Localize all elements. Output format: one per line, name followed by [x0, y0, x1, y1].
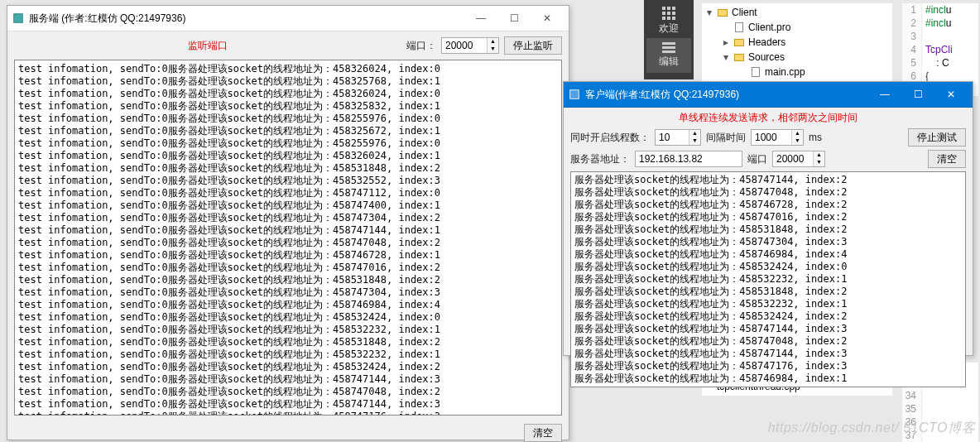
tree-label: Sources — [748, 50, 785, 65]
expand-icon[interactable]: ▾ — [722, 50, 730, 65]
file-icon — [750, 66, 761, 78]
folder-icon — [717, 7, 728, 18]
server-title-text: 服务端 (作者:红模仿 QQ:21497936) — [29, 12, 464, 26]
threads-spinbox[interactable]: ▲▼ — [655, 129, 701, 146]
ide-tab-welcome[interactable]: 欢迎 — [646, 3, 691, 38]
client-window: 客户端(作者:红模仿 QQ:21497936) — ☐ ✕ 单线程连续发送请求，… — [563, 81, 973, 356]
folder-icon — [733, 51, 745, 63]
expand-icon[interactable]: ▸ — [722, 35, 730, 50]
port-input[interactable] — [442, 38, 487, 53]
stop-listen-button[interactable]: 停止监听 — [504, 36, 562, 55]
ms-label: ms — [809, 132, 822, 143]
ide-activity-bar: 欢迎 编辑 — [644, 0, 694, 79]
client-clear-button[interactable]: 清空 — [928, 150, 966, 168]
tree-item-client-pro[interactable]: Client.pro — [705, 20, 889, 35]
client-log-textarea[interactable]: 服务器处理该socket的线程地址为：458747144, index:2 服务… — [570, 171, 966, 387]
spin-down-icon[interactable]: ▼ — [791, 137, 803, 145]
app-icon — [569, 89, 580, 100]
client-red-hint: 单线程连续发送请求，相邻两次之间时间 — [570, 111, 966, 125]
tree-label: Client — [732, 5, 757, 20]
client-title-text: 客户端(作者:红模仿 QQ:21497936) — [585, 88, 868, 102]
spin-down-icon[interactable]: ▼ — [487, 46, 498, 53]
interval-label: 间隔时间 — [706, 131, 746, 145]
folder-icon — [733, 36, 745, 48]
server-addr-label: 服务器地址： — [570, 152, 630, 166]
ide-tab-welcome-label: 欢迎 — [659, 22, 679, 36]
tree-label: main.cpp — [765, 65, 805, 79]
close-button[interactable]: ✕ — [531, 9, 564, 27]
svg-rect-1 — [570, 90, 579, 99]
project-tree[interactable]: ▾ Client Client.pro ▸ Headers ▾ Sources … — [702, 3, 892, 81]
threads-label: 同时开启线程数： — [570, 131, 650, 145]
tree-label: Client.pro — [748, 20, 790, 35]
client-port-label: 端口 — [747, 152, 767, 166]
client-row-address: 服务器地址： 端口 ▲▼ 清空 — [570, 150, 966, 168]
maximize-button[interactable]: ☐ — [901, 85, 934, 103]
server-titlebar[interactable]: 服务端 (作者:红模仿 QQ:21497936) — ☐ ✕ — [7, 6, 569, 31]
server-clear-button[interactable]: 清空 — [524, 424, 562, 442]
tree-item-main-cpp[interactable]: main.cpp — [705, 65, 889, 79]
maximize-button[interactable]: ☐ — [497, 9, 531, 27]
client-port-spinbox[interactable]: ▲▼ — [772, 151, 825, 167]
ide-tab-edit-label: 编辑 — [659, 55, 679, 69]
tree-item-client[interactable]: ▾ Client — [705, 5, 889, 20]
interval-spinbox[interactable]: ▲▼ — [751, 129, 804, 146]
listen-port-label: 监听端口 — [14, 39, 401, 53]
port-label: 端口： — [406, 39, 436, 53]
client-row-threads: 同时开启线程数： ▲▼ 间隔时间 ▲▼ ms 停止测试 — [570, 128, 966, 147]
expand-icon[interactable]: ▾ — [705, 5, 713, 20]
server-window: 服务端 (作者:红模仿 QQ:21497936) — ☐ ✕ 监听端口 端口： … — [7, 5, 569, 440]
server-log-textarea[interactable]: test infomation, sendTo:0服务器处理该socket的线程… — [14, 60, 562, 416]
file-icon — [733, 22, 745, 33]
app-icon — [12, 12, 24, 24]
client-titlebar[interactable]: 客户端(作者:红模仿 QQ:21497936) — ☐ ✕ — [564, 82, 973, 108]
close-button[interactable]: ✕ — [934, 85, 968, 103]
svg-rect-0 — [14, 14, 23, 23]
spin-up-icon[interactable]: ▲ — [813, 151, 824, 159]
spin-down-icon[interactable]: ▼ — [689, 137, 700, 145]
tree-item-sources[interactable]: ▾ Sources — [705, 50, 889, 65]
stop-test-button[interactable]: 停止测试 — [908, 128, 966, 147]
spin-up-icon[interactable]: ▲ — [791, 130, 803, 137]
server-toolbar: 监听端口 端口： ▲▼ 停止监听 — [7, 31, 569, 60]
spin-up-icon[interactable]: ▲ — [689, 130, 700, 137]
threads-input[interactable] — [656, 130, 689, 145]
server-addr-input[interactable] — [635, 151, 742, 167]
spin-down-icon[interactable]: ▼ — [813, 159, 824, 166]
tree-label: Headers — [748, 35, 785, 50]
ide-tab-edit[interactable]: 编辑 — [646, 38, 691, 73]
interval-input[interactable] — [752, 130, 791, 145]
tree-item-headers[interactable]: ▸ Headers — [705, 35, 889, 50]
minimize-button[interactable]: — — [464, 9, 497, 27]
spin-up-icon[interactable]: ▲ — [487, 38, 498, 46]
minimize-button[interactable]: — — [868, 85, 901, 103]
port-spinbox[interactable]: ▲▼ — [441, 37, 499, 54]
client-port-input[interactable] — [773, 151, 813, 166]
